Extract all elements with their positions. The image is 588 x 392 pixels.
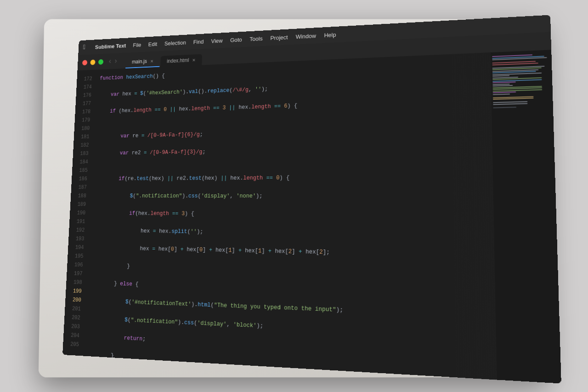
ln-184: 184 bbox=[73, 158, 89, 166]
code-line-181: if(re.test(hex) || re2.test(hex) || hex.… bbox=[95, 172, 489, 183]
code-line-182: $(".notification").css('display', 'none'… bbox=[94, 191, 489, 201]
ln-197: 197 bbox=[67, 269, 83, 278]
ln-182: 182 bbox=[73, 141, 89, 149]
menu-view[interactable]: View bbox=[211, 37, 223, 44]
tab-main-js-close[interactable]: ✕ bbox=[150, 58, 153, 63]
ln-195: 195 bbox=[68, 251, 84, 261]
menu-project[interactable]: Project bbox=[270, 34, 288, 41]
code-line-177 bbox=[98, 114, 488, 124]
code-line-178: var re = /[0-9A-Fa-f]{6}/g; bbox=[97, 124, 488, 141]
menu-goto[interactable]: Goto bbox=[230, 36, 242, 43]
ln-204: 204 bbox=[63, 330, 79, 340]
ln-183: 183 bbox=[73, 149, 88, 158]
ln-191: 191 bbox=[69, 217, 85, 226]
ln-193: 193 bbox=[68, 234, 85, 243]
forward-icon[interactable]: › bbox=[113, 57, 118, 65]
menu-help[interactable]: Help bbox=[324, 31, 336, 38]
window-controls[interactable] bbox=[82, 59, 103, 65]
menu-edit[interactable]: Edit bbox=[148, 40, 158, 47]
tab-main-js-label: main.js bbox=[132, 58, 147, 64]
ln-188: 188 bbox=[71, 192, 87, 200]
tab-main-js[interactable]: main.js ✕ bbox=[125, 55, 160, 68]
ln-200: 200 bbox=[65, 295, 81, 304]
laptop-frame:  Sublime Text File Edit Selection Find … bbox=[39, 19, 550, 377]
apple-logo-icon:  bbox=[83, 44, 87, 51]
code-line-184: hex = hex.split(''); bbox=[92, 226, 490, 241]
ln-174: 174 bbox=[76, 83, 92, 91]
ln-199: 199 bbox=[66, 286, 82, 295]
code-line-180 bbox=[96, 162, 488, 166]
code-line-186: } bbox=[90, 261, 491, 280]
ln-203: 203 bbox=[64, 322, 80, 331]
ln-196: 196 bbox=[67, 260, 83, 269]
menu-file[interactable]: File bbox=[133, 41, 141, 48]
ln-202: 202 bbox=[64, 312, 80, 322]
ln-192: 192 bbox=[69, 226, 85, 234]
ln-178: 178 bbox=[75, 108, 90, 116]
ln-185: 185 bbox=[72, 166, 88, 175]
code-line-176: if (hex.length == 0 || hex.length == 3 |… bbox=[98, 96, 487, 116]
back-icon[interactable]: ‹ bbox=[108, 57, 113, 65]
menu-sublime-text[interactable]: Sublime Text bbox=[95, 42, 126, 50]
ln-176: 176 bbox=[76, 91, 91, 100]
tab-index-html-label: index.html bbox=[167, 57, 189, 64]
ln-177: 177 bbox=[75, 99, 91, 108]
code-line-185: hex = hex[0] + hex[0] + hex[1] + hex[1] … bbox=[91, 243, 490, 260]
tab-index-html-close[interactable]: ✕ bbox=[192, 57, 195, 62]
code-content[interactable]: function hexSearch() { var hex = $('#hex… bbox=[83, 52, 497, 380]
code-editor[interactable]: 172 174 176 177 178 179 180 181 182 183 … bbox=[62, 50, 561, 383]
code-line-183: if(hex.length == 3) { bbox=[93, 209, 490, 221]
screen:  Sublime Text File Edit Selection Find … bbox=[62, 15, 561, 383]
nav-arrows: ‹ › bbox=[108, 57, 118, 65]
code-line-179: var re2 = /[0-9A-Fa-f]{3}/g; bbox=[96, 143, 488, 158]
menu-selection[interactable]: Selection bbox=[164, 39, 186, 46]
ln-194: 194 bbox=[68, 243, 84, 252]
ln-201: 201 bbox=[65, 304, 81, 313]
code-line-187: } else { bbox=[90, 278, 491, 301]
ln-186: 186 bbox=[72, 175, 88, 183]
ln-172: 172 bbox=[77, 74, 92, 83]
minimize-button[interactable] bbox=[90, 59, 95, 65]
ln-187: 187 bbox=[71, 183, 87, 192]
minimap-content bbox=[491, 50, 553, 113]
ln-189: 189 bbox=[70, 200, 86, 209]
menu-window[interactable]: Window bbox=[296, 32, 317, 40]
ln-198: 198 bbox=[66, 278, 82, 287]
close-button[interactable] bbox=[82, 59, 87, 65]
ln-190: 190 bbox=[70, 209, 86, 217]
menu-tools[interactable]: Tools bbox=[249, 35, 262, 42]
ln-205: 205 bbox=[63, 339, 79, 349]
ln-181: 181 bbox=[74, 132, 89, 141]
maximize-button[interactable] bbox=[98, 59, 103, 64]
minimap bbox=[491, 50, 561, 383]
ln-179: 179 bbox=[74, 116, 90, 125]
menu-find[interactable]: Find bbox=[193, 38, 204, 45]
tab-index-html[interactable]: index.html ✕ bbox=[160, 54, 203, 67]
ln-180: 180 bbox=[74, 124, 90, 133]
